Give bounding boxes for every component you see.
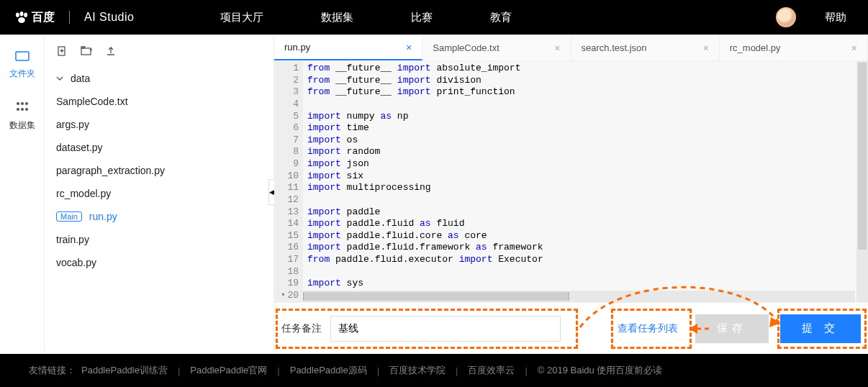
submit-button[interactable]: 提 交 (780, 314, 861, 343)
collapse-handle[interactable]: ◀ (268, 179, 274, 205)
rail-item-datasets[interactable]: 数据集 (9, 101, 35, 132)
footer-link-4[interactable]: 百度效率云 (468, 364, 515, 377)
svg-point-8 (17, 108, 19, 111)
nav-item-projects[interactable]: 项目大厅 (220, 11, 263, 24)
nav-item-datasets[interactable]: 数据集 (321, 11, 353, 24)
footer-link-3[interactable]: 百度技术学院 (389, 364, 446, 377)
svg-point-0 (16, 13, 19, 17)
file-samplecode[interactable]: SampleCode.txt (56, 90, 262, 113)
file-toolbar (45, 45, 273, 67)
file-run[interactable]: Main run.py (56, 205, 262, 228)
top-nav: 百度 AI Studio 项目大厅 数据集 比赛 教育 帮助 (0, 0, 868, 35)
editor-area: ◀ run.py× SampleCode.txt× search.test.js… (273, 35, 868, 354)
close-icon[interactable]: × (554, 42, 560, 54)
code-area[interactable]: 123456789101112131415161718192021222324 … (274, 61, 868, 302)
nav-items: 项目大厅 数据集 比赛 教育 (220, 11, 776, 24)
bottom-bar: 任务备注 查看任务列表 保存 提 交 (274, 302, 868, 354)
remark-label: 任务备注 (281, 322, 322, 335)
dataset-icon (16, 101, 29, 115)
svg-point-7 (25, 102, 28, 105)
avatar[interactable] (776, 7, 796, 27)
baidu-logo[interactable]: 百度 (14, 10, 55, 25)
chevron-down-icon (56, 73, 63, 84)
svg-point-3 (18, 17, 25, 23)
close-icon[interactable]: × (851, 42, 857, 54)
svg-point-9 (21, 108, 24, 111)
file-train[interactable]: train.py (56, 228, 262, 251)
svg-point-10 (25, 108, 28, 111)
tab-rc-model[interactable]: rc_model.py× (720, 35, 868, 60)
upload-icon[interactable] (105, 45, 117, 57)
baidu-text: 百度 (32, 10, 55, 25)
main-file-name: run.py (89, 211, 117, 222)
file-paragraph-extraction[interactable]: paragraph_extraction.py (56, 159, 262, 182)
folder-data[interactable]: data (56, 67, 262, 90)
nav-help[interactable]: 帮助 (825, 11, 846, 24)
file-dataset[interactable]: dataset.py (56, 136, 262, 159)
tab-run[interactable]: run.py× (274, 35, 422, 60)
code-body[interactable]: from __future__ import absolute_import f… (303, 61, 868, 302)
new-folder-icon[interactable] (81, 45, 92, 57)
line-gutter: 123456789101112131415161718192021222324 (274, 61, 303, 302)
rail-label-datasets: 数据集 (9, 119, 35, 132)
tab-samplecode[interactable]: SampleCode.txt× (422, 35, 571, 60)
remark-input[interactable] (330, 316, 561, 342)
svg-point-1 (20, 12, 24, 16)
svg-point-2 (24, 13, 27, 17)
main-badge: Main (56, 211, 82, 222)
footer: 友情链接： PaddlePaddle训练营| PaddlePaddle官网| P… (0, 354, 868, 387)
remark-group: 任务备注 (281, 316, 600, 342)
new-file-icon[interactable] (56, 45, 68, 57)
nav-item-education[interactable]: 教育 (490, 11, 512, 24)
svg-rect-12 (81, 48, 91, 55)
vscroll-thumb[interactable] (858, 63, 867, 250)
rail-label-files: 文件夹 (9, 68, 35, 80)
file-args[interactable]: args.py (56, 113, 262, 136)
file-vocab[interactable]: vocab.py (56, 251, 262, 274)
paw-icon (14, 12, 29, 23)
nav-right: 帮助 (776, 7, 846, 27)
close-icon[interactable]: × (703, 42, 709, 54)
horizontal-scrollbar[interactable] (303, 291, 855, 302)
folder-icon (15, 50, 30, 63)
file-panel: data SampleCode.txt args.py dataset.py p… (45, 35, 273, 354)
tab-bar: run.py× SampleCode.txt× search.test.json… (274, 35, 868, 61)
footer-link-2[interactable]: PaddlePaddle源码 (290, 364, 367, 377)
vertical-scrollbar[interactable] (856, 61, 868, 302)
svg-point-6 (21, 102, 24, 105)
file-list: data SampleCode.txt args.py dataset.py p… (45, 67, 273, 274)
logo-divider (69, 11, 70, 24)
footer-link-0[interactable]: PaddlePaddle训练营 (81, 364, 168, 377)
tab-search-test[interactable]: search.test.json× (571, 35, 720, 60)
folder-name: data (71, 73, 90, 84)
nav-item-competition[interactable]: 比赛 (411, 11, 433, 24)
save-button[interactable]: 保存 (695, 314, 769, 343)
rail-item-files[interactable]: 文件夹 (9, 50, 35, 80)
footer-link-1[interactable]: PaddlePaddle官网 (190, 364, 267, 377)
svg-point-5 (17, 102, 19, 105)
main-area: 文件夹 数据集 data SampleCode.txt args.py data… (0, 35, 868, 354)
view-tasks-link[interactable]: 查看任务列表 (612, 322, 684, 335)
close-icon[interactable]: × (406, 42, 412, 53)
footer-copyright: © 2019 Baidu 使用百度前必读 (538, 364, 663, 377)
logo-area: 百度 AI Studio (14, 10, 134, 25)
left-rail: 文件夹 数据集 (0, 35, 45, 354)
file-rc-model[interactable]: rc_model.py (56, 182, 262, 205)
hscroll-thumb[interactable] (303, 292, 569, 301)
ai-studio-text: AI Studio (84, 11, 134, 24)
footer-prefix: 友情链接： (29, 364, 76, 377)
